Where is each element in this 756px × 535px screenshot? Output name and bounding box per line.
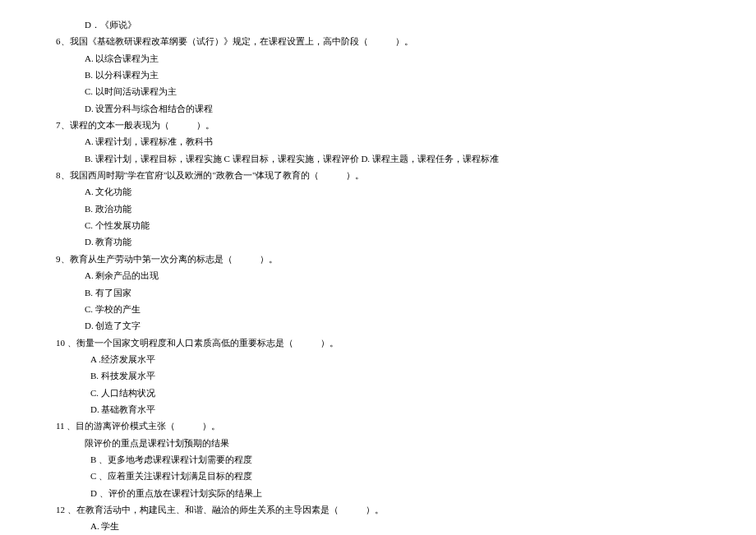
question-line: 12 、在教育活动中，构建民主、和谐、融洽的师生关系的主导因素是（ ）。 <box>56 501 700 518</box>
option-line: B. 科技发展水平 <box>56 367 700 384</box>
option-line: C. 个性发展功能 <box>56 217 700 233</box>
option-line: B. 以分科课程为主 <box>56 67 700 83</box>
option-line: A. 学生 <box>56 518 700 534</box>
option-line: A. 剩余产品的出现 <box>56 267 700 284</box>
option-line: C. 人口结构状况 <box>56 385 700 401</box>
option-line: C. 以时间活动课程为主 <box>56 83 700 99</box>
option-line: A .经济发展水平 <box>56 351 700 367</box>
option-line: B. 有了国家 <box>56 284 700 301</box>
question-line: 11 、目的游离评价模式主张（ ）。 <box>56 417 700 434</box>
option-line: D. 教育功能 <box>56 233 700 250</box>
option-line: B 、更多地考虑课程课程计划需要的程度 <box>56 451 700 468</box>
question-line: 7、课程的文本一般表现为（ ）。 <box>56 117 700 133</box>
question-line: 6、我国《基础教研课程改革纲要（试行）》规定，在课程设置上，高中阶段（ ）。 <box>56 33 700 49</box>
question-line: 10 、衡量一个国家文明程度和人口素质高低的重要标志是（ ）。 <box>56 334 700 351</box>
option-line: C 、应着重关注课程计划满足目标的程度 <box>56 468 700 484</box>
option-line: A. 课程计划，课程标准，教科书 <box>56 133 700 150</box>
option-line: C. 学校的产生 <box>56 301 700 317</box>
option-line: D．《师说》 <box>56 16 700 33</box>
option-line: B. 政治功能 <box>56 201 700 217</box>
option-line: D. 设置分科与综合相结合的课程 <box>56 100 700 117</box>
option-line: A. 以综合课程为主 <box>56 50 700 67</box>
question-line: 9、教育从生产劳动中第一次分离的标志是（ ）。 <box>56 251 700 267</box>
option-line: D. 创造了文字 <box>56 317 700 334</box>
option-line: B. 课程计划，课程目标，课程实施 C 课程目标，课程实施，课程评价 D. 课程… <box>56 150 700 167</box>
option-line: A. 文化功能 <box>56 183 700 200</box>
option-line: D 、评价的重点放在课程计划实际的结果上 <box>56 485 700 501</box>
option-line: D. 基础教育水平 <box>56 401 700 417</box>
question-line: 8、我国西周时期"学在官府"以及欧洲的"政教合一"体现了教育的（ ）。 <box>56 167 700 183</box>
option-line: 限评价的重点是课程计划预期的结果 <box>56 435 700 451</box>
